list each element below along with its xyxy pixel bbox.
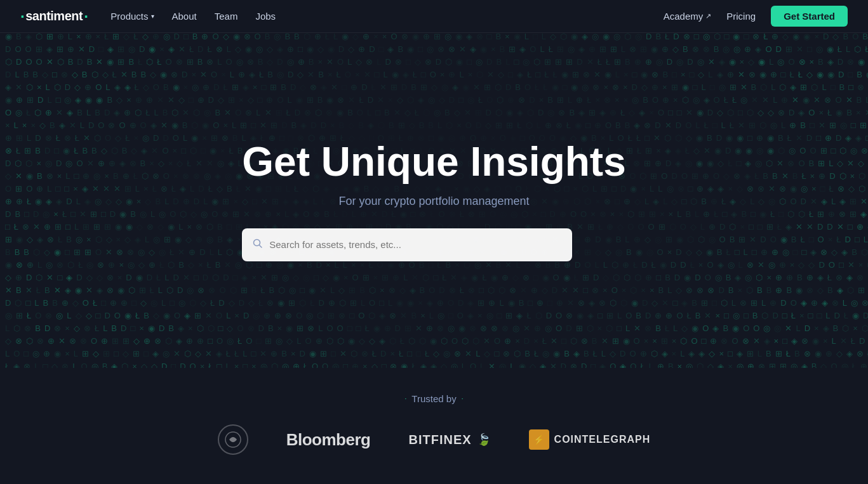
pricing-link[interactable]: Pricing [726, 11, 756, 22]
nav-right: Academy ↗ Pricing Get Started [664, 6, 848, 27]
hero-title: Get Unique Insights [242, 140, 625, 184]
team-link[interactable]: Team [215, 11, 238, 22]
search-icon [253, 239, 263, 251]
nav-item-products[interactable]: Products ▾ [110, 11, 154, 22]
pricing-label: Pricing [726, 11, 756, 22]
trusted-logo-1 [218, 424, 248, 455]
about-link[interactable]: About [172, 11, 197, 22]
search-input[interactable] [269, 239, 561, 250]
nav-item-about[interactable]: About [172, 11, 197, 22]
bitfinex-leaf-icon: 🍃 [477, 433, 491, 447]
trusted-dot-left: · [405, 395, 407, 402]
hero-section: DŁ◎×⬡⬡◈D⊕⬡◈□D◇DB◎⊕⊞⬡×✕B◇BO◎×□⊕□◇B⊗L◉✕×LD… [0, 0, 868, 368]
trusted-logo-bitfinex: BITFINEX 🍃 [408, 433, 490, 447]
cointelegraph-icon: ⚡ [529, 429, 549, 450]
about-label: About [172, 11, 197, 22]
jobs-link[interactable]: Jobs [255, 11, 276, 22]
bitfinex-logo-text: BITFINEX [408, 433, 471, 447]
search-bar [242, 228, 572, 261]
trusted-text: Trusted by [411, 393, 456, 404]
academy-link[interactable]: Academy ↗ [664, 11, 712, 22]
circle-logo-icon [218, 424, 248, 455]
trusted-logo-bloomberg: Bloomberg [286, 430, 371, 450]
logo-dot: · [20, 8, 24, 25]
trusted-logos: Bloomberg BITFINEX 🍃 ⚡ COINTELEGRAPH [0, 424, 868, 455]
logo-dot-right: · [84, 8, 88, 25]
cointelegraph-logo-text: COINTELEGRAPH [554, 434, 651, 445]
chevron-down-icon: ▾ [151, 13, 154, 20]
hero-content: Get Unique Insights For your crypto port… [229, 140, 638, 261]
academy-label: Academy [664, 11, 704, 22]
get-started-button[interactable]: Get Started [771, 6, 848, 27]
nav-links: Products ▾ About Team Jobs [110, 11, 276, 22]
products-link[interactable]: Products ▾ [110, 11, 154, 22]
trusted-dot-right: · [462, 395, 464, 402]
external-link-icon: ↗ [705, 12, 711, 20]
trusted-label: · Trusted by · [0, 393, 868, 404]
trusted-logo-cointelegraph: ⚡ COINTELEGRAPH [529, 429, 651, 450]
hero-subtitle: For your crypto portfolio management [242, 195, 625, 208]
team-label: Team [215, 11, 238, 22]
products-label: Products [110, 11, 148, 22]
navbar: ·santiment· Products ▾ About Team [0, 0, 868, 33]
logo-text: santiment [25, 9, 83, 23]
nav-item-team[interactable]: Team [215, 11, 238, 22]
nav-left: ·santiment· Products ▾ About Team [20, 8, 276, 25]
nav-item-jobs[interactable]: Jobs [255, 11, 276, 22]
jobs-label: Jobs [255, 11, 276, 22]
bloomberg-logo-text: Bloomberg [286, 430, 371, 450]
logo[interactable]: ·santiment· [20, 8, 88, 25]
svg-line-1 [260, 245, 262, 247]
trusted-section: · Trusted by · Bloomberg BITFINEX 🍃 ⚡ CO… [0, 368, 868, 484]
